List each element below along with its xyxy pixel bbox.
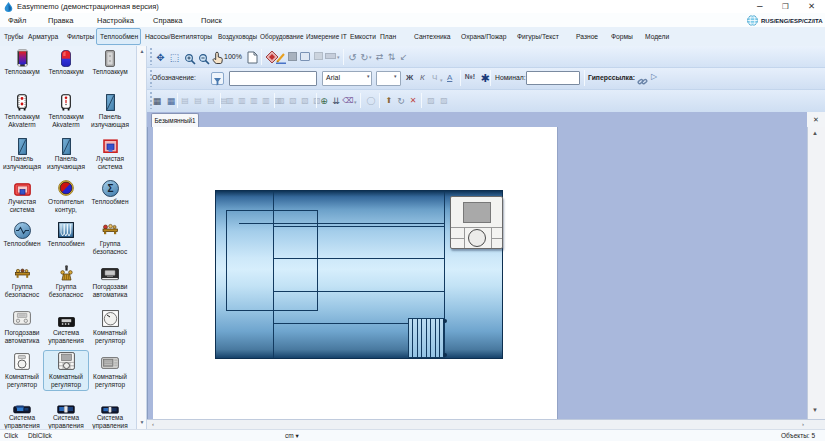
svg-text:Σ: Σ (107, 183, 113, 194)
